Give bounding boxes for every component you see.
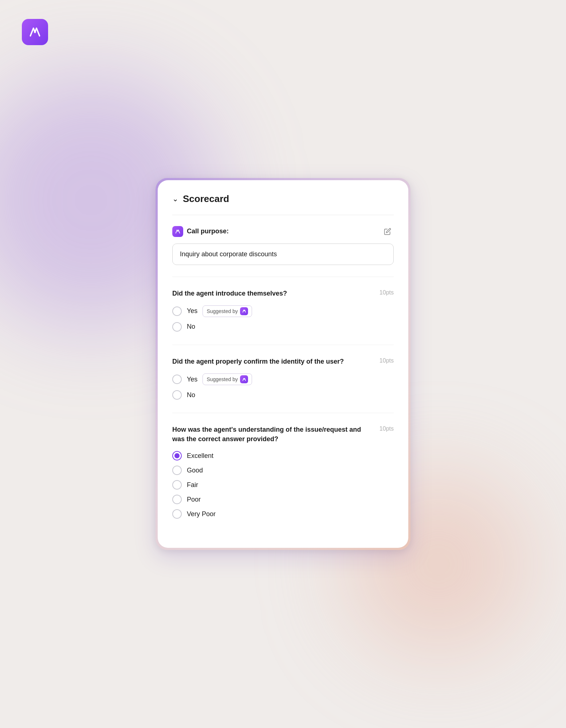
q1-label-no: No <box>187 323 195 331</box>
q2-suggested-badge: Suggested by <box>203 373 252 385</box>
q3-radio-very-poor[interactable] <box>172 509 182 519</box>
q2-radio-yes[interactable] <box>172 375 182 384</box>
question-3-text: How was the agent's understanding of the… <box>172 425 374 444</box>
question-1-text: Did the agent introduce themselves? <box>172 289 374 298</box>
question-2-header: Did the agent properly confirm the ident… <box>172 357 394 366</box>
call-purpose-label-group: Call purpose: <box>172 226 229 237</box>
q3-option-good[interactable]: Good <box>172 466 394 475</box>
q3-radio-excellent[interactable] <box>172 451 182 460</box>
q3-radio-fair[interactable] <box>172 480 182 490</box>
scorecard-title: Scorecard <box>183 193 229 205</box>
q1-option-no[interactable]: No <box>172 322 394 332</box>
app-logo <box>22 19 48 45</box>
scorecard-card: ⌄ Scorecard Call purpose: <box>158 180 408 548</box>
call-purpose-header: Call purpose: <box>172 225 394 238</box>
q2-badge-ai-icon <box>240 375 248 383</box>
q1-label-yes: Yes <box>187 307 197 315</box>
q3-option-fair[interactable]: Fair <box>172 480 394 490</box>
scorecard-card-wrapper: ⌄ Scorecard Call purpose: <box>156 178 410 550</box>
badge-ai-icon <box>240 307 248 315</box>
call-purpose-section: Call purpose: <box>172 225 394 265</box>
scorecard-header: ⌄ Scorecard <box>172 193 394 215</box>
q1-option-yes[interactable]: Yes Suggested by <box>172 305 394 317</box>
q2-radio-no[interactable] <box>172 390 182 400</box>
divider-3 <box>172 413 394 413</box>
question-3-pts: 10pts <box>380 425 394 432</box>
question-1-pts: 10pts <box>380 289 394 296</box>
q3-option-excellent[interactable]: Excellent <box>172 451 394 460</box>
q2-label-no: No <box>187 391 195 399</box>
q1-radio-no[interactable] <box>172 322 182 332</box>
question-2-text: Did the agent properly confirm the ident… <box>172 357 374 366</box>
collapse-chevron-icon[interactable]: ⌄ <box>172 194 178 203</box>
suggested-text: Suggested by <box>207 308 238 314</box>
q2-suggested-text: Suggested by <box>207 376 238 382</box>
q1-suggested-badge: Suggested by <box>203 305 252 317</box>
q3-label-good: Good <box>187 467 203 474</box>
call-purpose-ai-icon <box>172 226 183 237</box>
q2-option-no[interactable]: No <box>172 390 394 400</box>
q3-radio-poor[interactable] <box>172 495 182 504</box>
q3-label-very-poor: Very Poor <box>187 510 216 518</box>
q2-label-yes: Yes <box>187 376 197 383</box>
divider-1 <box>172 277 394 277</box>
q3-label-fair: Fair <box>187 481 198 489</box>
q3-radio-good[interactable] <box>172 466 182 475</box>
call-purpose-input[interactable] <box>172 244 394 265</box>
q1-radio-yes[interactable] <box>172 306 182 316</box>
q3-label-poor: Poor <box>187 496 201 503</box>
call-purpose-label: Call purpose: <box>187 228 229 235</box>
divider-2 <box>172 345 394 345</box>
q3-option-poor[interactable]: Poor <box>172 495 394 504</box>
edit-call-purpose-button[interactable] <box>381 225 394 238</box>
question-2-pts: 10pts <box>380 357 394 364</box>
question-section-1: Did the agent introduce themselves? 10pt… <box>172 289 394 332</box>
svg-point-0 <box>34 31 36 33</box>
q2-option-yes[interactable]: Yes Suggested by <box>172 373 394 385</box>
question-section-2: Did the agent properly confirm the ident… <box>172 357 394 400</box>
q3-label-excellent: Excellent <box>187 452 213 460</box>
question-section-3: How was the agent's understanding of the… <box>172 425 394 519</box>
q3-option-very-poor[interactable]: Very Poor <box>172 509 394 519</box>
question-3-header: How was the agent's understanding of the… <box>172 425 394 444</box>
question-1-header: Did the agent introduce themselves? 10pt… <box>172 289 394 298</box>
